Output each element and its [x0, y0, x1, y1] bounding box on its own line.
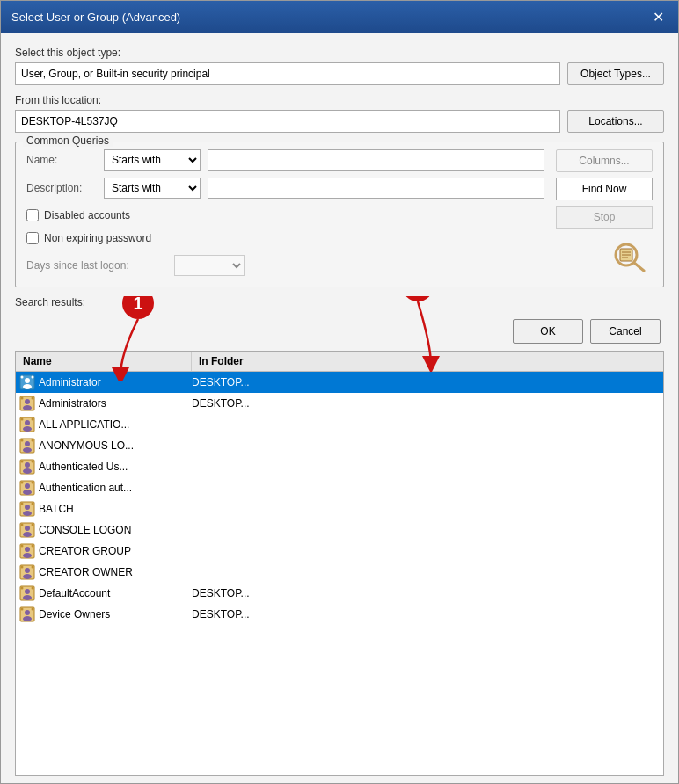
queries-area: Name: Starts with Is exactly Ends with D… — [26, 149, 653, 276]
find-now-button[interactable]: Find Now — [556, 178, 653, 200]
location-group: From this location: Locations... — [15, 94, 664, 133]
svg-point-8 — [23, 384, 32, 389]
dialog-body: Select this object type: Object Types...… — [1, 33, 678, 783]
row-folder: DESKTOP... — [192, 587, 660, 599]
name-filter-input[interactable] — [208, 149, 544, 171]
svg-point-40 — [32, 503, 34, 505]
object-types-button[interactable]: Object Types... — [567, 62, 664, 85]
row-name: ALL APPLICATIO... — [19, 417, 192, 432]
svg-point-34 — [21, 482, 24, 484]
row-name: ANONYMOUS LO... — [19, 438, 192, 454]
days-since-row: Days since last logon: 30 60 90 — [26, 255, 544, 276]
name-query-row: Name: Starts with Is exactly Ends with — [26, 149, 544, 171]
user-icon — [19, 606, 35, 622]
close-button[interactable]: ✕ — [648, 7, 668, 26]
search-results-label: Search results: — [15, 296, 664, 309]
table-row[interactable]: DefaultAccountDESKTOP... — [16, 583, 663, 604]
table-row[interactable]: CREATOR GROUP — [16, 541, 663, 562]
table-row[interactable]: Authenticated Us... — [16, 456, 663, 477]
description-filter-input[interactable] — [208, 178, 544, 199]
location-input[interactable] — [15, 110, 560, 133]
svg-point-54 — [21, 566, 24, 569]
non-expiring-password-label[interactable]: Non expiring password — [44, 232, 151, 244]
table-row[interactable]: AdministratorDESKTOP... — [16, 372, 663, 393]
svg-point-25 — [32, 439, 34, 442]
svg-point-33 — [23, 490, 32, 495]
row-name: Authentication aut... — [19, 480, 192, 496]
svg-point-32 — [25, 483, 30, 489]
svg-point-7 — [25, 378, 30, 383]
svg-point-17 — [25, 420, 30, 425]
svg-point-59 — [21, 587, 24, 590]
disabled-accounts-label[interactable]: Disabled accounts — [44, 209, 130, 221]
svg-point-39 — [21, 503, 24, 505]
user-icon — [19, 374, 35, 390]
svg-point-65 — [32, 608, 34, 611]
results-header: Name In Folder — [16, 352, 663, 372]
column-header-name[interactable]: Name — [16, 352, 192, 371]
disabled-accounts-checkbox[interactable] — [26, 209, 39, 221]
cancel-button[interactable]: Cancel — [590, 319, 661, 344]
table-row[interactable]: BATCH — [16, 498, 663, 519]
locations-button[interactable]: Locations... — [567, 110, 664, 133]
svg-point-29 — [21, 461, 24, 463]
svg-point-62 — [25, 610, 30, 615]
svg-point-50 — [32, 545, 34, 548]
user-icon — [19, 417, 35, 432]
ok-cancel-row: OK Cancel — [15, 312, 664, 351]
days-dropdown[interactable]: 30 60 90 — [174, 255, 245, 276]
column-header-folder[interactable]: In Folder — [192, 352, 663, 371]
table-row[interactable]: ALL APPLICATIO... — [16, 414, 663, 435]
name-query-label: Name: — [26, 154, 97, 166]
svg-point-28 — [23, 468, 32, 474]
svg-point-23 — [23, 447, 32, 453]
svg-point-30 — [32, 461, 34, 463]
svg-point-60 — [32, 587, 34, 590]
svg-point-19 — [21, 418, 24, 421]
non-expiring-password-checkbox[interactable] — [26, 232, 39, 244]
dialog: Select User or Group (Advanced) ✕ Select… — [0, 0, 679, 784]
disabled-accounts-row: Disabled accounts — [26, 209, 544, 221]
ok-button[interactable]: OK — [513, 319, 583, 344]
svg-point-63 — [23, 616, 32, 621]
table-row[interactable]: CONSOLE LOGON — [16, 519, 663, 541]
user-icon — [19, 438, 35, 454]
svg-point-10 — [32, 376, 34, 379]
svg-point-49 — [21, 545, 24, 548]
svg-point-52 — [25, 568, 30, 573]
svg-point-9 — [21, 376, 24, 379]
table-row[interactable]: CREATOR OWNER — [16, 562, 663, 583]
table-row[interactable]: ANONYMOUS LO... — [16, 435, 663, 456]
description-filter-dropdown[interactable]: Starts with Is exactly Ends with — [104, 178, 201, 199]
row-name: Administrator — [19, 374, 192, 390]
user-icon — [19, 480, 35, 496]
user-icon — [19, 459, 35, 475]
search-animation-area — [610, 237, 653, 272]
name-filter-dropdown[interactable]: Starts with Is exactly Ends with — [104, 149, 201, 171]
svg-point-45 — [32, 524, 34, 526]
results-area: Name In Folder AdministratorDESKTOP... A… — [15, 351, 664, 776]
row-name: Device Owners — [19, 606, 192, 622]
row-name: CREATOR GROUP — [19, 543, 192, 559]
svg-point-35 — [32, 482, 34, 484]
object-type-label: Select this object type: — [15, 47, 664, 59]
user-icon — [19, 543, 35, 559]
common-queries-title: Common Queries — [23, 134, 113, 147]
svg-point-12 — [25, 399, 30, 404]
search-animation-icon — [610, 237, 653, 272]
table-row[interactable]: Authentication aut... — [16, 477, 663, 498]
description-query-label: Description: — [26, 182, 97, 194]
table-row[interactable]: Device OwnersDESKTOP... — [16, 604, 663, 625]
user-icon — [19, 501, 35, 517]
svg-point-53 — [23, 574, 32, 579]
object-type-input[interactable] — [15, 62, 560, 85]
user-icon — [19, 585, 35, 601]
user-icon — [19, 396, 35, 411]
svg-point-15 — [32, 397, 34, 400]
row-name: Administrators — [19, 396, 192, 411]
svg-point-20 — [32, 418, 34, 421]
svg-point-13 — [23, 405, 32, 410]
svg-point-22 — [25, 441, 30, 446]
object-type-group: Select this object type: Object Types... — [15, 47, 664, 85]
table-row[interactable]: AdministratorsDESKTOP... — [16, 393, 663, 414]
